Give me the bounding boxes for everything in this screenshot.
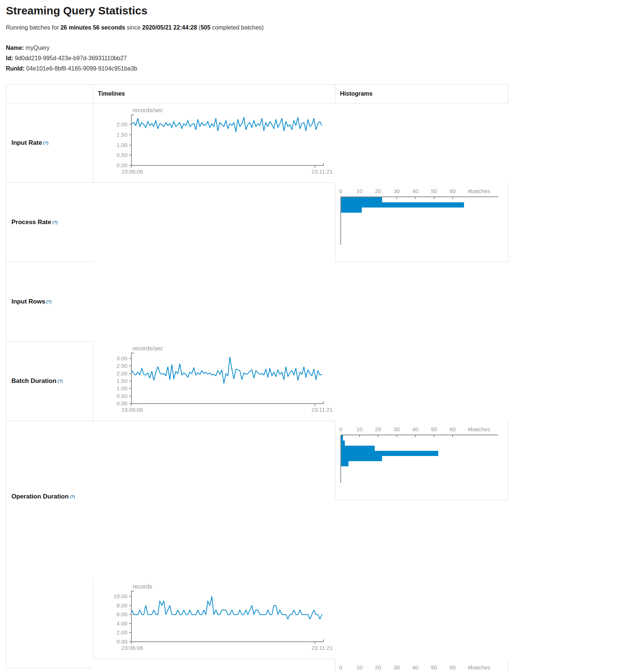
svg-text:#batches: #batches: [468, 426, 490, 432]
svg-text:1.00: 1.00: [117, 142, 127, 148]
svg-text:20: 20: [375, 426, 381, 432]
svg-text:1.00: 1.00: [117, 385, 127, 391]
running-batches-summary: Running batches for 26 minutes 56 second…: [6, 24, 264, 31]
svg-text:8.00: 8.00: [117, 602, 127, 608]
svg-text:1.50: 1.50: [117, 378, 127, 384]
svg-text:30: 30: [394, 188, 400, 194]
query-id-label: Id:: [6, 55, 13, 61]
row-label-operation-duration: Operation Duration(?): [6, 421, 93, 668]
svg-text:23:06:06: 23:06:06: [121, 407, 143, 413]
svg-text:50: 50: [431, 426, 437, 432]
svg-text:40: 40: [412, 188, 419, 194]
svg-text:10: 10: [356, 426, 363, 432]
process-rate-histogram-chart: 0102030405060#batches: [335, 421, 508, 500]
summary-paren: (: [197, 24, 201, 31]
running-duration: 26 minutes 56 seconds: [61, 24, 125, 31]
batch-duration-help-icon[interactable]: (?): [58, 379, 63, 383]
query-runid-value: 04e101e6-8bf8-4165-9099-9104c951ba3b: [26, 65, 137, 72]
process-rate-timeline-chart: records/sec3.002.502.001.501.000.500.002…: [93, 342, 335, 421]
svg-text:50: 50: [431, 188, 437, 194]
svg-text:0: 0: [339, 664, 342, 671]
row-label-batch-duration: Batch Duration(?): [6, 342, 93, 421]
svg-text:40: 40: [412, 426, 419, 432]
svg-text:0: 0: [339, 426, 342, 432]
query-info-block: Name: myQuery Id: 9d0dd219-995d-423e-b97…: [6, 43, 137, 74]
svg-text:30: 30: [394, 426, 400, 432]
svg-text:23:11:21: 23:11:21: [312, 407, 333, 413]
page-title: Streaming Query Statistics: [6, 4, 147, 17]
process-rate-help-icon[interactable]: (?): [52, 220, 58, 224]
svg-text:23:06:06: 23:06:06: [121, 645, 143, 651]
svg-text:2.00: 2.00: [117, 121, 127, 127]
input-rows-label: Input Rows: [11, 298, 45, 305]
svg-text:4.00: 4.00: [117, 620, 127, 627]
row-label-input-rows: Input Rows(?): [6, 262, 93, 342]
svg-text:10.00: 10.00: [113, 593, 127, 599]
row-label-input-rate: Input Rate(?): [6, 103, 93, 183]
svg-text:#batches: #batches: [468, 188, 490, 194]
svg-text:20: 20: [375, 664, 381, 671]
svg-text:0.50: 0.50: [117, 393, 127, 399]
batch-duration-label: Batch Duration: [11, 377, 56, 385]
summary-prefix: Running batches for: [6, 24, 61, 31]
operation-duration-help-icon[interactable]: (?): [70, 494, 75, 499]
svg-text:2.00: 2.00: [117, 370, 127, 377]
query-id-value: 9d0dd219-995d-423e-b97d-36931110bb27: [15, 55, 127, 61]
svg-text:23:11:21: 23:11:21: [312, 645, 333, 651]
svg-text:23:06:06: 23:06:06: [121, 168, 143, 175]
svg-text:records/sec: records/sec: [133, 345, 163, 352]
row-label-process-rate: Process Rate(?): [6, 183, 93, 262]
svg-text:60: 60: [450, 664, 456, 671]
summary-suffix: completed batches): [210, 24, 264, 31]
start-timestamp: 2020/05/21 22:44:28: [142, 24, 197, 31]
input-rate-label: Input Rate: [11, 139, 42, 147]
input-rate-timeline-chart: records/sec2.001.501.000.500.0023:06:062…: [93, 103, 335, 183]
svg-text:1.50: 1.50: [117, 131, 127, 138]
svg-text:2.00: 2.00: [117, 629, 127, 635]
svg-text:0.00: 0.00: [117, 162, 127, 168]
header-empty-cell: [6, 84, 93, 103]
process-rate-label: Process Rate: [11, 219, 51, 226]
timelines-header-label: Timelines: [98, 90, 125, 97]
svg-text:0.50: 0.50: [117, 152, 127, 158]
query-runid-line: RunId: 04e101e6-8bf8-4165-9099-9104c951b…: [6, 64, 137, 74]
svg-text:50: 50: [431, 664, 437, 671]
svg-text:40: 40: [412, 664, 419, 671]
query-id-line: Id: 9d0dd219-995d-423e-b97d-36931110bb27: [6, 53, 137, 64]
operation-duration-label: Operation Duration: [11, 493, 69, 500]
query-name-line: Name: myQuery: [6, 43, 137, 53]
svg-text:records: records: [133, 583, 152, 590]
histograms-header-label: Histograms: [340, 90, 372, 97]
query-name-label: Name:: [6, 45, 24, 51]
timelines-column-header: Timelines: [93, 84, 335, 103]
svg-text:0.00: 0.00: [117, 638, 127, 645]
svg-text:20: 20: [375, 188, 381, 194]
svg-text:6.00: 6.00: [117, 611, 127, 617]
svg-text:60: 60: [450, 188, 456, 194]
svg-text:23:11:21: 23:11:21: [312, 168, 333, 175]
input-rows-timeline-chart: records10.008.006.004.002.000.0023:06:06…: [93, 580, 335, 659]
svg-text:60: 60: [450, 426, 456, 432]
histograms-column-header: Histograms: [335, 84, 508, 103]
svg-text:0: 0: [339, 188, 342, 194]
svg-text:#batches: #batches: [468, 664, 490, 671]
input-rate-histogram-chart: 0102030405060#batches: [335, 183, 508, 262]
statistics-table: Timelines Histograms Input Rate(?) recor…: [6, 84, 587, 668]
svg-text:3.00: 3.00: [117, 355, 127, 361]
input-rate-help-icon[interactable]: (?): [43, 141, 48, 145]
svg-text:10: 10: [356, 664, 363, 671]
completed-batch-count: 505: [200, 24, 210, 31]
input-rows-help-icon[interactable]: (?): [47, 299, 52, 304]
svg-text:2.50: 2.50: [117, 363, 127, 369]
input-rows-histogram-chart: 0102030405060#batches: [335, 659, 508, 672]
svg-text:10: 10: [356, 188, 363, 194]
query-runid-label: RunId:: [6, 65, 25, 72]
summary-since: since: [125, 24, 142, 31]
svg-text:0.00: 0.00: [117, 400, 127, 407]
svg-text:30: 30: [394, 664, 400, 671]
query-name-value: myQuery: [25, 45, 49, 51]
svg-text:records/sec: records/sec: [133, 107, 163, 113]
